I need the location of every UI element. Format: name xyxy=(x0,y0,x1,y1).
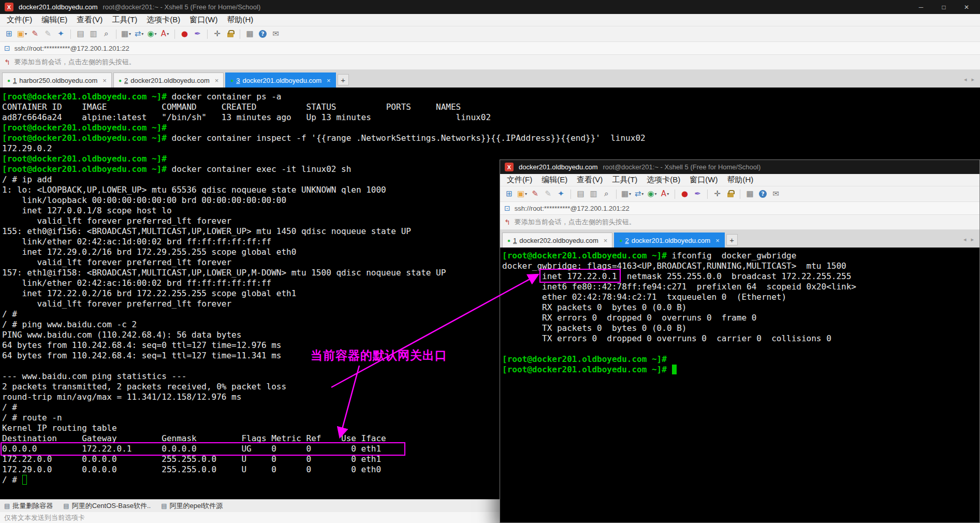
maximize-button[interactable]: □ xyxy=(935,4,953,11)
dropdown-caret-icon: ▾ xyxy=(641,192,643,196)
copy-icon[interactable]: ▤ xyxy=(575,188,587,200)
tab-label: docker201.oldboyedu.com xyxy=(130,77,210,84)
menu-item[interactable]: 文件(F) xyxy=(502,175,537,185)
open-session-icon[interactable]: ▣▾ xyxy=(16,28,28,40)
session-terminal-icon: ⊡ xyxy=(4,44,10,52)
tab-scroll-left-icon[interactable]: ◂ xyxy=(962,236,968,243)
tab-harbor250.oldboyedu.com[interactable]: ●1harbor250.oldboyedu.com× xyxy=(2,72,112,88)
dropdown-caret-icon: ▾ xyxy=(25,32,27,36)
calculator-icon[interactable]: ▦ xyxy=(244,28,256,40)
compose-icon[interactable]: ✒ xyxy=(192,28,203,40)
appearance-alt-icon[interactable]: ✎ xyxy=(42,28,54,40)
print-icon[interactable]: ▦▾ xyxy=(120,28,132,40)
web-icon[interactable]: ◉▾ xyxy=(646,188,658,200)
appearance-icon[interactable]: ✎ xyxy=(529,188,541,200)
quick-command-button[interactable]: ▤批量删除容器 xyxy=(4,501,53,511)
new-tab-button[interactable]: + xyxy=(338,74,349,85)
transfer-icon[interactable]: ⇄▾ xyxy=(633,188,645,200)
transfer-icon[interactable]: ⇄▾ xyxy=(133,28,145,40)
fullscreen-icon[interactable]: ✛ xyxy=(211,28,223,40)
session-hint-text: 要添加当前会话，点击左侧的箭头按钮。 xyxy=(515,217,636,227)
font-icon[interactable]: A▾ xyxy=(659,188,671,200)
tab-docker201.oldboyedu.com[interactable]: ●2docker201.oldboyedu.com× xyxy=(614,233,724,248)
main-titlebar[interactable]: X docker201.oldboyedu.com root@docker201… xyxy=(0,0,980,14)
search-icon[interactable]: ⌕ xyxy=(601,188,612,200)
calculator-icon[interactable]: ▦ xyxy=(744,188,756,200)
tab-scroll-left-icon[interactable]: ◂ xyxy=(962,76,969,83)
record-icon[interactable]: ● xyxy=(179,28,191,40)
toolbar: ⊞▣▾✎✎✦▤▥⌕▦▾⇄▾◉▾A▾●✒✛▦?✉ xyxy=(0,26,980,42)
tab-close-icon[interactable]: × xyxy=(715,237,720,244)
tab-close-icon[interactable]: × xyxy=(215,77,219,84)
record-glyph: ● xyxy=(181,30,188,38)
tab-docker202.oldboyedu.com[interactable]: ●1docker202.oldboyedu.com× xyxy=(502,233,612,248)
toolbar-separator xyxy=(571,190,571,199)
minimize-button[interactable]: ─ xyxy=(912,4,930,11)
command-icon: ▤ xyxy=(161,502,167,510)
quick-command-button[interactable]: ▤阿里的CentOS-Base软件.. xyxy=(63,501,151,511)
new-tab-button[interactable]: + xyxy=(726,234,738,245)
new-session-icon[interactable]: ⊞ xyxy=(3,28,15,40)
lock-icon[interactable] xyxy=(724,188,736,200)
ssh-address[interactable]: ssh://root:**********@172.200.1.201:22 xyxy=(515,205,630,212)
print-icon[interactable]: ▦▾ xyxy=(620,188,632,200)
close-button[interactable]: ✕ xyxy=(958,4,975,11)
message-icon[interactable]: ✉ xyxy=(770,188,782,200)
menu-item[interactable]: 编辑(E) xyxy=(37,15,72,25)
terminal-line: docker_gwbridge: flags=4163<UP,BROADCAST… xyxy=(502,261,979,271)
copy-icon[interactable]: ▤ xyxy=(75,28,86,40)
search-icon[interactable]: ⌕ xyxy=(100,28,112,40)
menu-item[interactable]: 窗口(W) xyxy=(185,15,222,25)
lock-icon[interactable] xyxy=(224,28,236,40)
paste-icon[interactable]: ▥ xyxy=(87,28,99,40)
tab-close-icon[interactable]: × xyxy=(327,77,331,84)
open-session-icon[interactable]: ▣▾ xyxy=(516,188,528,200)
tab-number: 3 xyxy=(236,77,240,84)
tab-close-icon[interactable]: × xyxy=(604,237,608,244)
menu-item[interactable]: 工具(T) xyxy=(107,15,142,25)
overlay-titlebar[interactable]: X docker201.oldboyedu.com root@docker201… xyxy=(500,160,979,174)
add-session-arrow-icon[interactable]: ↰ xyxy=(504,218,510,226)
help-icon[interactable]: ? xyxy=(757,188,769,200)
tab-scroll-right-icon[interactable]: ▸ xyxy=(969,236,975,243)
appearance-alt-icon[interactable]: ✎ xyxy=(542,188,554,200)
menu-item[interactable]: 窗口(W) xyxy=(685,175,722,185)
menu-item[interactable]: 查看(V) xyxy=(72,15,107,25)
appearance-icon[interactable]: ✎ xyxy=(29,28,41,40)
new-session-icon[interactable]: ⊞ xyxy=(503,188,515,200)
web-icon[interactable]: ◉▾ xyxy=(146,28,158,40)
fullscreen-icon[interactable]: ✛ xyxy=(711,188,723,200)
menu-item[interactable]: 选项卡(B) xyxy=(642,175,685,185)
session-properties-icon[interactable]: ✦ xyxy=(55,28,67,40)
terminal-overlay[interactable]: [root@docker201.oldboyedu.com ~]# ifconf… xyxy=(500,248,979,522)
menu-item[interactable]: 工具(T) xyxy=(607,175,642,185)
menu-item[interactable]: 编辑(E) xyxy=(537,175,572,185)
add-session-arrow-icon[interactable]: ↰ xyxy=(4,58,10,66)
session-properties-icon[interactable]: ✦ xyxy=(555,188,567,200)
tab-docker201.oldboyedu.com[interactable]: ●2docker201.oldboyedu.com× xyxy=(113,72,224,88)
font-icon[interactable]: A▾ xyxy=(159,28,171,40)
record-icon[interactable]: ● xyxy=(679,188,691,200)
tab-docker201.oldboyedu.com[interactable]: ●3docker201.oldboyedu.com× xyxy=(225,72,335,88)
dropdown-caret-icon: ▾ xyxy=(129,32,131,36)
terminal-line: [root@docker201.oldboyedu.com ~]# ifconf… xyxy=(502,251,979,261)
tab-number: 2 xyxy=(625,237,628,244)
session-hint-bar: ↰ 要添加当前会话，点击左侧的箭头按钮。 xyxy=(0,55,980,70)
menu-item[interactable]: 选项卡(B) xyxy=(142,15,185,25)
copy-glyph: ▤ xyxy=(77,30,84,38)
session-connected-icon: ● xyxy=(230,78,233,83)
message-icon[interactable]: ✉ xyxy=(270,28,282,40)
menu-item[interactable]: 帮助(H) xyxy=(722,175,758,185)
tab-close-icon[interactable]: × xyxy=(103,77,107,84)
compose-icon[interactable]: ✒ xyxy=(692,188,704,200)
help-icon[interactable]: ? xyxy=(257,28,269,40)
menu-item[interactable]: 帮助(H) xyxy=(222,15,258,25)
quick-command-button[interactable]: ▤阿里的epel软件源 xyxy=(161,501,223,511)
copy-glyph: ▤ xyxy=(577,190,584,198)
menu-item[interactable]: 查看(V) xyxy=(572,175,607,185)
tab-scroll-right-icon[interactable]: ▸ xyxy=(970,76,976,83)
menu-item[interactable]: 文件(F) xyxy=(2,15,37,25)
quick-command-label: 批量删除容器 xyxy=(12,501,53,511)
paste-icon[interactable]: ▥ xyxy=(588,188,599,200)
ssh-address[interactable]: ssh://root:**********@172.200.1.201:22 xyxy=(14,45,129,52)
